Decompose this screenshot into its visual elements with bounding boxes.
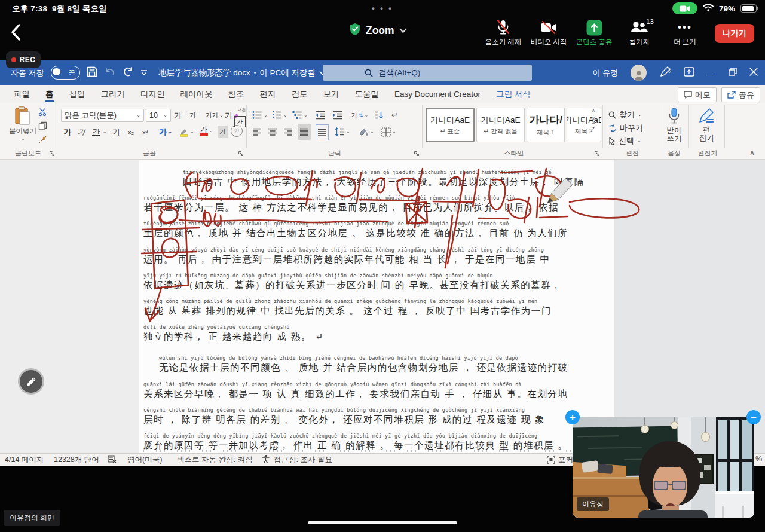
doc-line[interactable]: tǔcéngdeyánsè zhìdì bìngjiéhé chūtǔwù qù… (143, 221, 611, 240)
cut-button[interactable] (38, 108, 47, 118)
doc-line[interactable]: yùnyòng zàihòu yóuyú zhùyì dào yī céng d… (143, 247, 611, 266)
start-video-button[interactable]: 비디오 시작 (526, 19, 571, 47)
tab-design[interactable]: 디자인 (133, 85, 173, 103)
tab-easy-document-creator[interactable]: Easy Document Creator (387, 85, 488, 103)
video-thumbnail[interactable]: 이유정 (573, 417, 754, 518)
style-no-spacing[interactable]: 가나다AaE ↵ 간격 없음 (476, 108, 525, 142)
share-content-button[interactable]: 콘텐츠 공유 (571, 19, 617, 47)
tab-file[interactable]: 파일 (6, 85, 38, 103)
proofing-icon[interactable] (108, 455, 117, 463)
close-button[interactable] (749, 68, 758, 78)
font-dialog-launcher[interactable] (238, 150, 244, 158)
more-button[interactable]: ••• 더 보기 (662, 19, 708, 47)
distribute-button[interactable] (316, 124, 329, 140)
comments-button[interactable]: 메모 (678, 87, 717, 102)
copy-button[interactable] (38, 121, 47, 132)
align-right-button[interactable] (283, 126, 293, 138)
doc-line[interactable]: tiányěkǎogǔzhōng shǐyòngdìcéngxuéde fāng… (143, 169, 650, 188)
user-name[interactable]: 이 유정 (592, 68, 618, 78)
meeting-title[interactable]: Zoom (349, 23, 407, 39)
sort-button[interactable] (374, 109, 383, 121)
accessibility-icon[interactable] (262, 455, 270, 463)
underline-button[interactable]: 간 (92, 126, 100, 138)
styles-dialog-launcher[interactable] (594, 150, 600, 158)
style-heading-2[interactable]: 가나다AaE 제목 2 (567, 108, 601, 142)
customize-quick-access-icon[interactable] (140, 68, 148, 77)
replace-button[interactable]: 바꾸기 (608, 123, 643, 133)
minimize-button[interactable]: — (707, 68, 716, 78)
doc-line[interactable]: yěnéng cóng mùzàng páiliè de guīlǜ zhōng… (143, 298, 611, 317)
language-indicator[interactable]: 영어(미국) (127, 455, 162, 465)
tab-mailings[interactable]: 편지 (252, 85, 284, 103)
avatar[interactable] (631, 65, 647, 81)
annotate-pencil-fab[interactable] (18, 368, 44, 395)
tab-picture-format[interactable]: 그림 서식 (488, 85, 538, 103)
tab-references[interactable]: 참조 (221, 85, 252, 103)
increase-indent-button[interactable] (332, 109, 342, 121)
word-count[interactable]: 12328개 단어 (54, 455, 99, 465)
share-button[interactable]: 공유 (721, 87, 760, 102)
search-input[interactable]: 검색(Alt+Q) (323, 65, 532, 81)
doc-line[interactable]: dúlì de xuékē zhèng yuèláiyuè qūxiàng ch… (143, 324, 611, 343)
page-indicator[interactable]: 4/14 페이지 (5, 455, 44, 465)
participants-button[interactable]: 13 참가자 (617, 19, 662, 47)
highlight-button[interactable]: ⌄ (179, 126, 194, 138)
asian-layout-button[interactable]: 가⇅⌄ (351, 109, 368, 121)
document-title[interactable]: 地层学与器物形态学.docx • 이 PC에 저장됨 (149, 60, 335, 85)
font-size-select[interactable]: 10⌄ (146, 109, 171, 122)
leave-button[interactable]: 나가기 (715, 24, 754, 43)
doc-line[interactable]: guānxì lái qūfēn zǎowǎn dōushì yī xiàng … (143, 381, 611, 400)
back-button[interactable] (10, 23, 23, 44)
tab-help[interactable]: 도움말 (347, 85, 387, 103)
dictate-button[interactable]: 받아쓰기 (661, 108, 687, 143)
align-center-button[interactable] (268, 126, 277, 138)
restore-button[interactable] (729, 68, 737, 78)
text-autocomplete-status[interactable]: 텍스트 자동 완성: 켜짐 (177, 455, 252, 465)
paste-button[interactable]: 붙여넣기 ⌄ (7, 106, 38, 147)
change-case-button[interactable]: 가가⌄ (206, 109, 224, 121)
show-paragraph-marks-button[interactable]: ↵ (391, 109, 398, 121)
draw-pen-icon[interactable] (659, 66, 671, 80)
select-button[interactable]: 선택⌄ (608, 136, 641, 146)
font-name-select[interactable]: 맑은 고딕(본문)⌄ (61, 109, 144, 122)
doc-line[interactable]: ruògānlímǐ fēnwéi yī céng zhèzhǒngfāngfǎ… (143, 195, 611, 214)
redo-icon[interactable] (123, 66, 134, 79)
style-heading-1[interactable]: 가나다/ 제목 1 (527, 108, 565, 142)
tab-draw[interactable]: 그리기 (93, 85, 133, 103)
doc-line[interactable]: céngshí chúle biànmíng gècéng de chābié … (143, 407, 611, 426)
video-minimize-button[interactable]: − (746, 410, 761, 424)
enclose-characters-button[interactable]: 인 (231, 125, 243, 137)
home-indicator[interactable] (308, 521, 457, 524)
editor-button[interactable]: 편집기 (691, 108, 722, 143)
align-left-button[interactable] (252, 126, 262, 138)
focus-mode-button[interactable]: 포커 (547, 455, 573, 465)
bullet-list-button[interactable]: ⌄ (252, 109, 268, 121)
styles-gallery-scroll[interactable]: ∧∨▾ (592, 108, 595, 131)
subscript-button[interactable]: x₂ (128, 126, 134, 138)
annotation-add-button[interactable]: + (565, 410, 580, 424)
underline-menu[interactable]: ⌄ (103, 126, 107, 138)
tab-home[interactable]: 홈 (38, 85, 62, 103)
superscript-button[interactable]: x² (142, 126, 148, 138)
ribbon-display-options-icon[interactable] (684, 67, 694, 79)
collapse-ribbon-button[interactable]: ∧ (749, 148, 755, 157)
decrease-indent-button[interactable] (315, 109, 325, 121)
find-button[interactable]: 찾기⌄ (608, 109, 642, 120)
italic-button[interactable]: 가 (77, 126, 87, 138)
multilevel-list-button[interactable]: ⌄ (292, 109, 308, 121)
style-normal[interactable]: 가나다AaE ↵ 표준 (426, 108, 475, 142)
numbered-list-button[interactable]: ⌄ (272, 109, 287, 121)
character-shading-button[interactable]: 가 (218, 126, 228, 138)
font-color-button[interactable]: 가 ⌄ (200, 124, 213, 137)
paragraph-dialog-launcher[interactable] (414, 150, 420, 158)
zoom-indicator-partial[interactable]: % (755, 455, 762, 463)
shading-button[interactable]: ⌄ (359, 126, 374, 138)
multitask-dots-icon[interactable]: ● ● ● (0, 5, 765, 11)
doc-line[interactable]: yījù yíjì rú huīkēng mùzàng de dǎpò guān… (143, 273, 611, 292)
tab-insert[interactable]: 삽입 (62, 85, 93, 103)
line-spacing-button[interactable]: ⌄ (335, 126, 350, 138)
undo-icon[interactable] (104, 67, 116, 79)
justify-button[interactable] (298, 124, 311, 140)
borders-button[interactable]: ⌄ (381, 126, 396, 138)
phonetic-guide-button[interactable]: 내천 (238, 108, 246, 112)
